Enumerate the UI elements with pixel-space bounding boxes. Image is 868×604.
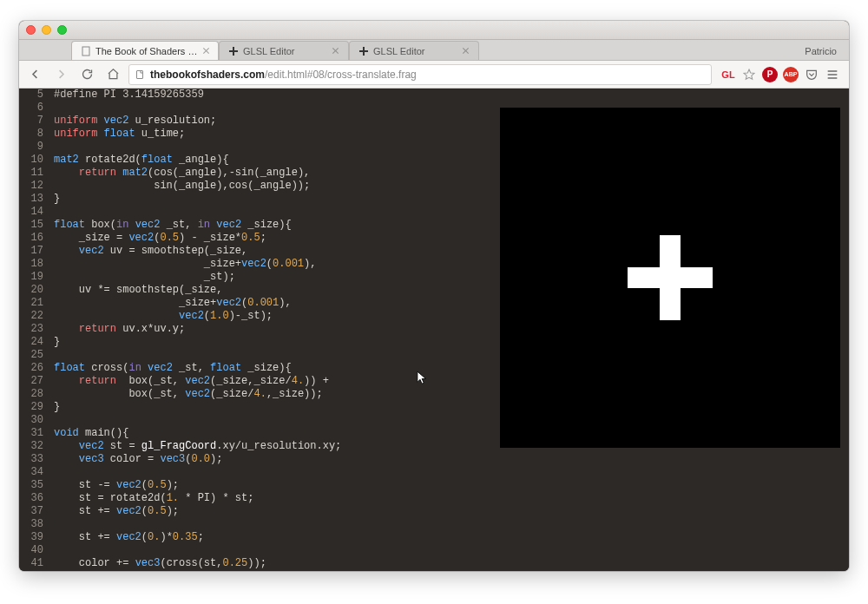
adblock-extension-icon[interactable]: ABP <box>783 67 799 82</box>
profile-name[interactable]: Patricio <box>805 46 842 60</box>
code-text: return mat2(cos(_angle),-sin(_angle), <box>54 167 310 180</box>
code-text: uv *= smoothstep(_size, <box>54 284 222 297</box>
line-number: 16 <box>19 232 54 245</box>
menu-icon[interactable] <box>825 67 840 82</box>
svg-rect-5 <box>137 70 143 78</box>
line-number: 15 <box>19 219 54 232</box>
tab-label: GLSL Editor <box>243 46 295 56</box>
close-tab-icon[interactable] <box>332 47 339 55</box>
page-icon <box>135 69 145 80</box>
code-line[interactable]: 40 <box>19 544 849 557</box>
extension-icons: GL P ABP <box>717 67 844 82</box>
svg-rect-4 <box>359 50 368 52</box>
line-number: 8 <box>19 128 54 141</box>
code-text: box(_st, vec2(_size/4.,_size)); <box>54 388 323 401</box>
url-text: thebookofshaders.com/edit.html#08/cross-… <box>150 69 417 81</box>
line-number: 5 <box>19 89 54 102</box>
page-icon <box>81 46 91 56</box>
code-text: float box(in vec2 _st, in vec2 _size){ <box>54 219 292 232</box>
line-number: 27 <box>19 375 54 388</box>
svg-rect-0 <box>82 47 89 56</box>
address-bar[interactable]: thebookofshaders.com/edit.html#08/cross-… <box>128 64 712 85</box>
line-number: 9 <box>19 141 54 154</box>
code-text: return uv.x*uv.y; <box>54 323 185 336</box>
window-zoom-button[interactable] <box>57 25 67 35</box>
code-line[interactable]: 35 st -= vec2(0.5); <box>19 479 849 492</box>
close-tab-icon[interactable] <box>202 47 209 55</box>
svg-rect-2 <box>229 50 238 52</box>
shader-canvas[interactable] <box>500 108 840 448</box>
code-text: _size+vec2(0.001), <box>54 297 292 310</box>
line-number: 33 <box>19 453 54 466</box>
code-text: _size+vec2(0.001), <box>54 258 316 271</box>
line-number: 26 <box>19 362 54 375</box>
forward-button[interactable] <box>50 64 71 85</box>
close-tab-icon[interactable] <box>462 47 470 55</box>
code-line[interactable]: 37 st += vec2(0.5); <box>19 505 849 518</box>
code-text: _st); <box>54 271 235 284</box>
line-number: 41 <box>19 557 54 570</box>
browser-tab[interactable]: The Book of Shaders Editor <box>71 41 219 60</box>
code-text: vec2 st = gl_FragCoord.xy/u_resolution.x… <box>54 440 341 453</box>
home-button[interactable] <box>102 64 123 85</box>
code-text: mat2 rotate2d(float _angle){ <box>54 154 229 167</box>
plus-icon <box>228 46 239 56</box>
reload-button[interactable] <box>76 64 97 85</box>
code-text: color += vec3(cross(st,0.25)); <box>54 557 266 570</box>
line-number: 21 <box>19 297 54 310</box>
code-text: st += vec2(0.5); <box>54 505 179 518</box>
code-text: } <box>54 336 60 349</box>
code-line[interactable]: 39 st += vec2(0.)*0.35; <box>19 531 849 544</box>
browser-tab[interactable]: GLSL Editor <box>349 41 479 60</box>
line-number: 18 <box>19 258 54 271</box>
pinterest-extension-icon[interactable]: P <box>762 67 778 82</box>
line-number: 32 <box>19 440 54 453</box>
window-titlebar <box>19 21 849 40</box>
code-line[interactable]: 33 vec3 color = vec3(0.0); <box>19 453 849 466</box>
pocket-extension-icon[interactable] <box>804 67 819 82</box>
line-number: 30 <box>19 414 54 427</box>
code-text: st -= vec2(0.5); <box>54 479 179 492</box>
code-text: st += vec2(0.)*0.35; <box>54 531 204 544</box>
window-close-button[interactable] <box>26 25 36 35</box>
gl-extension-icon[interactable]: GL <box>720 67 736 82</box>
window-minimize-button[interactable] <box>42 25 51 35</box>
line-number: 20 <box>19 284 54 297</box>
code-line[interactable]: 41 color += vec3(cross(st,0.25)); <box>19 557 849 570</box>
tab-label: GLSL Editor <box>373 46 425 56</box>
code-text: #define PI 3.14159265359 <box>54 89 204 102</box>
line-number: 39 <box>19 531 54 544</box>
line-number: 17 <box>19 245 54 258</box>
line-number: 40 <box>19 544 54 557</box>
code-text: } <box>54 193 60 206</box>
tab-label: The Book of Shaders Editor <box>95 46 198 56</box>
line-number: 12 <box>19 180 54 193</box>
line-number: 28 <box>19 388 54 401</box>
code-line[interactable]: 42 <box>19 570 849 571</box>
code-text: uniform float u_time; <box>54 128 185 141</box>
line-number: 31 <box>19 427 54 440</box>
bookmark-star-icon[interactable] <box>741 67 757 82</box>
line-number: 42 <box>19 570 54 571</box>
code-text: vec2(1.0)-_st); <box>54 310 273 323</box>
line-number: 13 <box>19 193 54 206</box>
code-text: sin(_angle),cos(_angle)); <box>54 180 310 193</box>
line-number: 35 <box>19 479 54 492</box>
browser-window: The Book of Shaders EditorGLSL EditorGLS… <box>19 21 849 571</box>
code-line[interactable]: 38 <box>19 518 849 531</box>
line-number: 25 <box>19 349 54 362</box>
back-button[interactable] <box>24 64 45 85</box>
browser-toolbar: thebookofshaders.com/edit.html#08/cross-… <box>19 61 849 89</box>
code-line[interactable]: 5#define PI 3.14159265359 <box>19 89 849 102</box>
line-number: 7 <box>19 115 54 128</box>
code-line[interactable]: 36 st = rotate2d(1. * PI) * st; <box>19 492 849 505</box>
code-text: void main(){ <box>54 427 128 440</box>
line-number: 37 <box>19 505 54 518</box>
line-number: 23 <box>19 323 54 336</box>
cross-shape <box>628 235 713 320</box>
line-number: 10 <box>19 154 54 167</box>
code-line[interactable]: 34 <box>19 466 849 479</box>
page-content: 5#define PI 3.1415926535967uniform vec2 … <box>19 89 849 571</box>
line-number: 11 <box>19 167 54 180</box>
browser-tab[interactable]: GLSL Editor <box>219 41 349 60</box>
